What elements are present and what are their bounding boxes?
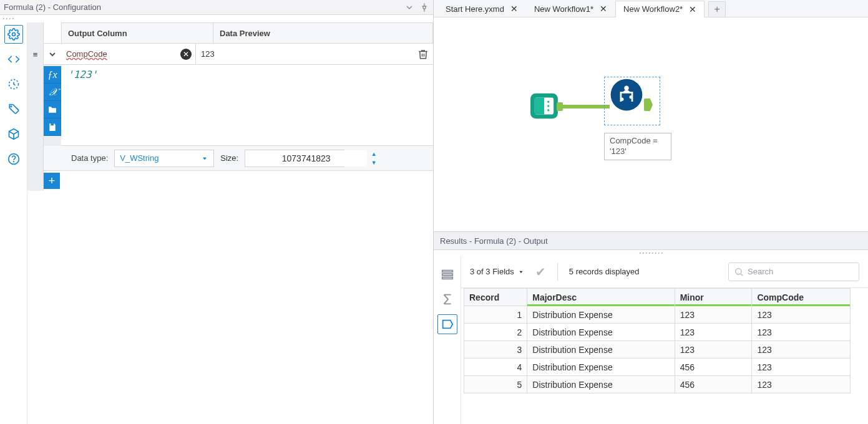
add-expression-button[interactable]: +	[44, 173, 60, 189]
cell-record: 3	[464, 341, 527, 359]
results-view-sigma-icon[interactable]	[437, 289, 457, 309]
cell-record: 4	[464, 359, 527, 376]
size-down-icon[interactable]: ▼	[367, 158, 381, 167]
tab-label: Start Here.yxmd	[446, 4, 504, 14]
cell-minor: 123	[675, 341, 752, 359]
close-icon[interactable]: ✕	[689, 4, 696, 14]
size-label: Size:	[220, 153, 238, 163]
col-minor[interactable]: Minor	[675, 289, 752, 306]
size-input[interactable]	[245, 150, 367, 166]
cell-compcode: 123	[752, 324, 851, 341]
config-tab-tool[interactable]	[4, 25, 23, 44]
cell-compcode: 123	[752, 341, 851, 359]
apply-icon[interactable]: ✔	[535, 264, 546, 279]
input-tool-node[interactable]	[527, 89, 561, 125]
results-header: Results - Formula (2) - Output	[434, 231, 868, 250]
workflow-tabs: Start Here.yxmd ✕ New Workflow1* ✕ New W…	[434, 0, 868, 17]
collapse-icon[interactable]	[404, 2, 414, 12]
config-tab-help[interactable]	[4, 150, 23, 168]
results-search-input[interactable]: Search	[728, 263, 859, 281]
formula-tool-node[interactable]	[608, 77, 645, 115]
cell-majordesc: Distribution Expense	[527, 376, 675, 393]
cell-record: 2	[464, 324, 527, 341]
results-toolbar: 3 of 3 Fields ✔ 5 records displayed Sear…	[461, 256, 868, 288]
expr-folder-icon[interactable]	[44, 101, 61, 118]
cell-compcode: 123	[752, 376, 851, 393]
datatype-value: V_WString	[120, 153, 158, 163]
col-header-output: Output Column	[61, 22, 213, 44]
tab-workflow1[interactable]: New Workflow1* ✕	[526, 0, 615, 17]
svg-rect-18	[442, 277, 452, 279]
results-view-messages-icon[interactable]	[437, 264, 457, 284]
svg-marker-19	[519, 271, 522, 272]
close-icon[interactable]: ✕	[600, 4, 607, 14]
results-view-rail	[434, 256, 461, 424]
table-row[interactable]: 4Distribution Expense456123	[464, 359, 851, 376]
row-grip[interactable]: ≡	[27, 44, 44, 65]
drag-handle[interactable]	[2, 17, 16, 21]
expr-x-icon[interactable]: 𝒳	[44, 84, 61, 101]
svg-point-9	[547, 101, 549, 103]
table-row[interactable]: 1Distribution Expense123123	[464, 306, 851, 324]
config-header: Formula (2) - Configuration	[0, 0, 433, 15]
field-picker[interactable]: 3 of 3 Fields	[470, 267, 524, 276]
tab-workflow2[interactable]: New Workflow2* ✕	[615, 1, 705, 17]
svg-rect-16	[442, 271, 452, 272]
config-tab-annotation[interactable]	[4, 100, 23, 118]
cell-minor: 123	[675, 306, 752, 324]
svg-point-14	[620, 98, 623, 101]
svg-point-13	[624, 86, 628, 90]
results-drag-handle[interactable]	[638, 251, 663, 254]
cell-minor: 123	[675, 324, 752, 341]
formula-editor: Output Column Data Preview ≡ CompCode ✕ …	[27, 22, 433, 424]
svg-point-2	[11, 106, 12, 107]
svg-rect-17	[442, 274, 452, 276]
col-majordesc[interactable]: MajorDesc	[527, 289, 675, 306]
row-expand-icon[interactable]	[44, 44, 61, 65]
connection[interactable]	[560, 105, 610, 108]
tab-start-here[interactable]: Start Here.yxmd ✕	[437, 0, 526, 17]
col-header-preview: Data Preview	[213, 22, 433, 44]
expr-save-icon[interactable]	[44, 118, 61, 136]
divider	[557, 263, 558, 281]
svg-marker-5	[203, 157, 207, 160]
delete-row-icon[interactable]	[417, 49, 429, 60]
col-record[interactable]: Record	[464, 289, 527, 306]
svg-point-12	[611, 79, 643, 111]
config-tab-box[interactable]	[4, 125, 23, 143]
results-view-data-icon[interactable]	[437, 314, 457, 334]
svg-point-10	[547, 105, 549, 107]
chevron-down-icon	[201, 155, 208, 162]
results-title: Results - Formula (2) - Output	[440, 236, 548, 246]
results-table: Record MajorDesc Minor CompCode 1Distrib…	[464, 288, 851, 393]
size-stepper[interactable]: ▲ ▼	[245, 150, 344, 167]
output-column-input[interactable]: CompCode ✕	[61, 44, 196, 65]
col-compcode[interactable]: CompCode	[752, 289, 851, 306]
cell-majordesc: Distribution Expense	[527, 324, 675, 341]
svg-point-4	[13, 161, 14, 162]
config-tab-xml[interactable]	[4, 50, 23, 69]
expression-editor[interactable]: '123'	[61, 65, 433, 146]
size-up-icon[interactable]: ▲	[367, 150, 381, 158]
close-icon[interactable]: ✕	[510, 4, 518, 14]
datatype-select[interactable]: V_WString	[114, 150, 214, 167]
new-tab-button[interactable]: +	[708, 1, 726, 17]
expr-fx-icon[interactable]: ƒx	[44, 66, 61, 84]
cell-majordesc: Distribution Expense	[527, 306, 675, 324]
table-row[interactable]: 3Distribution Expense123123	[464, 341, 851, 359]
svg-line-21	[741, 274, 743, 276]
table-row[interactable]: 2Distribution Expense123123	[464, 324, 851, 341]
tool-annotation: CompCode = '123'	[604, 133, 671, 160]
workflow-canvas[interactable]: CompCode = '123'	[434, 17, 868, 231]
clear-output-icon[interactable]: ✕	[180, 49, 192, 60]
cell-majordesc: Distribution Expense	[527, 359, 675, 376]
svg-point-20	[736, 268, 741, 274]
svg-point-0	[12, 33, 15, 36]
configuration-panel: Formula (2) - Configuration	[0, 0, 434, 424]
config-tab-nav[interactable]	[4, 75, 23, 94]
pin-icon[interactable]	[419, 2, 429, 12]
table-row[interactable]: 5Distribution Expense456123	[464, 376, 851, 393]
tab-label: New Workflow2*	[623, 4, 683, 14]
expr-grip[interactable]	[27, 65, 44, 146]
caret-down-icon	[518, 269, 524, 275]
